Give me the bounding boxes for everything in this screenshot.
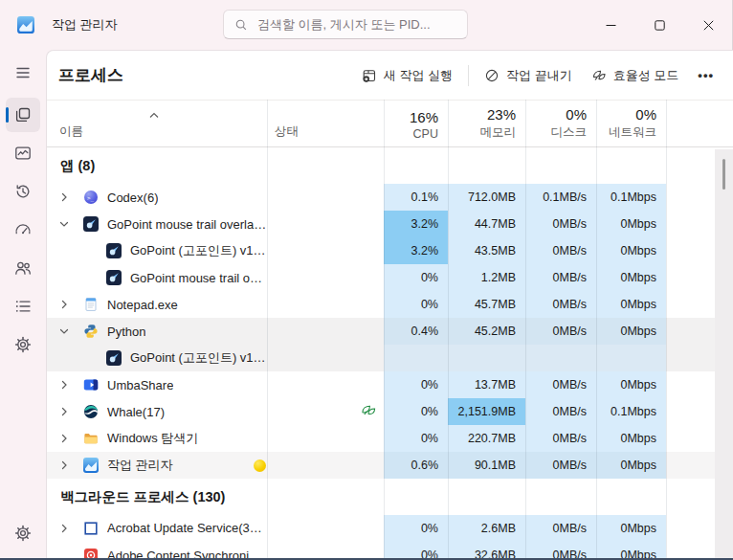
end-task-button[interactable]: 작업 끝내기 <box>475 61 582 90</box>
scrollbar-thumb[interactable] <box>722 159 725 190</box>
new-task-icon <box>362 68 377 83</box>
net-cell: 0Mbps <box>596 211 666 237</box>
cpu-cell: 0.1% <box>384 184 448 211</box>
chevron-right-icon[interactable] <box>58 459 83 471</box>
column-header-network[interactable]: 0% 네트워크 <box>596 101 666 146</box>
cpu-cell: 0% <box>384 371 448 398</box>
sort-ascending-icon <box>148 105 160 123</box>
process-name: Adobe Content Synchronizer( <box>107 549 267 559</box>
process-row[interactable]: Windows 탐색기0%220.7MB0MB/s0Mbps <box>47 425 733 452</box>
column-header-disk[interactable]: 0% 디스크 <box>525 101 596 146</box>
chevron-right-icon[interactable] <box>58 406 83 417</box>
cpu-column-label: CPU <box>413 127 438 141</box>
mem-cell: 220.7MB <box>448 425 525 452</box>
disk-cell: 0MB/s <box>525 452 596 479</box>
memory-total-percent: 23% <box>487 106 516 123</box>
disk-cell: 0MB/s <box>525 291 596 318</box>
process-row[interactable]: GoPoint mouse trail over...0%1.2MB0MB/s0… <box>47 264 733 291</box>
vertical-scrollbar[interactable] <box>715 149 733 558</box>
net-cell: 0Mbps <box>596 425 666 452</box>
process-name-cell: GoPoint (고포인트) v1.0.... <box>47 237 267 264</box>
status-cell <box>267 452 384 479</box>
process-name-cell: UmbaShare <box>47 371 267 398</box>
net-cell: 0.1Mbps <box>596 398 666 425</box>
run-new-task-button[interactable]: 새 작업 실행 <box>352 61 462 90</box>
process-row[interactable]: Python0.4%45.2MB0MB/s0Mbps <box>47 318 733 345</box>
chevron-down-icon[interactable] <box>58 325 83 337</box>
search-icon <box>234 18 248 32</box>
disk-cell: 0MB/s <box>525 542 596 558</box>
minimize-icon <box>606 20 616 31</box>
users-icon <box>13 258 33 278</box>
disk-column-label: 디스크 <box>551 124 588 141</box>
notepad-icon <box>83 297 99 312</box>
process-row[interactable]: >_Codex(6)0.1%712.0MB0.1MB/s0.1Mbps <box>47 184 733 211</box>
chevron-right-icon[interactable] <box>58 523 83 534</box>
process-row[interactable]: Notepad.exe0%45.7MB0MB/s0Mbps <box>47 291 733 318</box>
sidebar-item-app-history[interactable] <box>6 174 40 209</box>
disk-cell: 0MB/s <box>525 515 596 542</box>
status-cell <box>267 345 384 371</box>
acrobat-icon <box>83 521 99 536</box>
close-button[interactable] <box>684 0 733 50</box>
column-header-status[interactable]: 상태 <box>275 123 299 140</box>
column-header-memory[interactable]: 23% 메모리 <box>448 101 525 146</box>
sidebar-item-settings[interactable] <box>6 516 40 550</box>
status-cell <box>267 371 384 398</box>
process-name: Python <box>107 325 145 339</box>
column-header-cpu[interactable]: 16% CPU <box>384 101 448 146</box>
sidebar-item-users[interactable] <box>6 251 40 285</box>
process-row[interactable]: Acrobat Update Service(32비...0%2.6MB0MB/… <box>47 515 733 542</box>
sidebar-item-menu[interactable] <box>6 56 40 90</box>
chevron-right-icon[interactable] <box>58 191 83 203</box>
chevron-right-icon[interactable] <box>58 379 83 391</box>
status-cell <box>267 211 384 237</box>
table-header: 이름 상태 16% CPU 23% 메모리 0% 디스크 0% 네트워크 <box>47 100 733 147</box>
end-task-label: 작업 끝내기 <box>506 67 572 84</box>
process-row[interactable]: GoPoint (고포인트) v1.0....3.2%43.5MB0MB/s0M… <box>47 237 733 264</box>
disk-total-percent: 0% <box>566 106 587 123</box>
minimize-button[interactable] <box>587 0 635 50</box>
toolbar-actions: 새 작업 실행 작업 끝내기 효율성 모드 ••• <box>352 51 723 100</box>
process-row[interactable]: GoPoint mouse trail overlay(2)3.2%44.7MB… <box>47 211 733 237</box>
processes-icon <box>13 105 33 124</box>
sidebar-item-details[interactable] <box>6 289 40 324</box>
sidebar-item-services[interactable] <box>6 327 40 362</box>
process-name-cell: GoPoint (고포인트) v1.0.... <box>47 345 267 371</box>
process-row[interactable]: UmbaShare0%13.7MB0MB/s0Mbps <box>47 371 733 398</box>
process-name: Windows 탐색기 <box>107 430 198 447</box>
chevron-down-icon[interactable] <box>58 218 83 230</box>
maximize-button[interactable] <box>635 0 684 50</box>
codex-icon: >_ <box>83 190 99 205</box>
chevron-right-icon[interactable] <box>58 299 83 310</box>
process-name: GoPoint mouse trail overlay(2) <box>107 217 267 232</box>
cpu-cell: 0.6% <box>384 452 448 479</box>
disk-cell: 0MB/s <box>525 398 596 425</box>
process-row[interactable]: GoPoint (고포인트) v1.0.... <box>47 345 733 371</box>
mem-cell: 712.0MB <box>448 184 525 211</box>
maximize-icon <box>655 20 665 31</box>
sidebar-item-startup-apps[interactable] <box>6 213 40 247</box>
net-cell <box>596 345 666 371</box>
mem-cell: 2.6MB <box>448 515 525 542</box>
process-name-cell: GoPoint mouse trail over... <box>47 264 267 291</box>
more-options-button[interactable]: ••• <box>688 62 723 88</box>
memory-column-label: 메모리 <box>480 124 517 141</box>
efficiency-mode-button[interactable]: 효율성 모드 <box>582 61 689 90</box>
chevron-right-icon[interactable] <box>58 433 83 444</box>
titlebar: 작업 관리자 검색할 이름, 게시자 또는 PID... <box>0 0 733 50</box>
process-name: Acrobat Update Service(32비... <box>107 520 267 537</box>
window-controls <box>587 0 733 50</box>
process-row[interactable]: Adobe Content Synchronizer(0%32.6MB0MB/s… <box>47 542 733 558</box>
sidebar-item-performance[interactable] <box>6 136 40 170</box>
process-row[interactable]: Whale(17)0%2,151.9MB0MB/s0.1Mbps <box>47 398 733 425</box>
process-name-cell: >_Codex(6) <box>47 184 267 211</box>
search-input[interactable]: 검색할 이름, 게시자 또는 PID... <box>223 10 468 39</box>
column-header-name[interactable]: 이름 <box>59 123 83 140</box>
python-icon <box>83 324 99 339</box>
toolbar-divider <box>468 65 469 86</box>
adobesync-icon <box>83 548 99 558</box>
process-table-body: 앱 (8)>_Codex(6)0.1%712.0MB0.1MB/s0.1Mbps… <box>47 147 733 558</box>
process-row[interactable]: 작업 관리자0.6%90.1MB0MB/s0Mbps <box>47 452 733 479</box>
sidebar-item-processes[interactable] <box>6 98 40 132</box>
